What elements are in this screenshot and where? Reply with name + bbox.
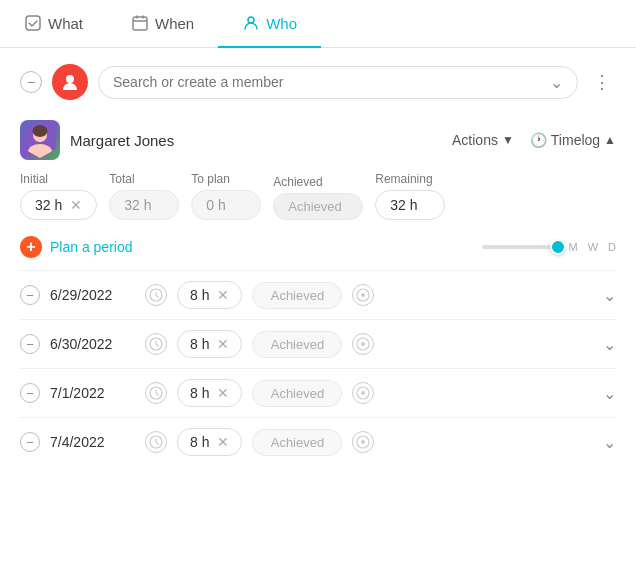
calendar-icon bbox=[131, 14, 149, 32]
period-expand-button[interactable]: ⌄ bbox=[603, 286, 616, 305]
period-expand-button[interactable]: ⌄ bbox=[603, 433, 616, 452]
period-date: 6/29/2022 bbox=[50, 287, 135, 303]
person-icon bbox=[242, 14, 260, 32]
search-member-input-wrap[interactable]: ⌄ bbox=[98, 66, 578, 99]
tab-what[interactable]: What bbox=[0, 0, 107, 48]
achieved-input: Achieved bbox=[273, 193, 363, 220]
period-clock-icon[interactable] bbox=[145, 431, 167, 453]
member-info: Margaret Jones bbox=[20, 120, 174, 160]
remove-period-button[interactable]: − bbox=[20, 285, 40, 305]
search-member-input[interactable] bbox=[113, 74, 542, 90]
period-date: 6/30/2022 bbox=[50, 336, 135, 352]
checkbox-icon bbox=[24, 14, 42, 32]
remaining-label: Remaining bbox=[375, 172, 445, 186]
period-clock-icon[interactable] bbox=[145, 382, 167, 404]
initial-clear-button[interactable]: ✕ bbox=[70, 197, 82, 213]
timelog-label: Timelog bbox=[551, 132, 600, 148]
to-plan-input: 0 h bbox=[191, 190, 261, 220]
tab-who[interactable]: Who bbox=[218, 0, 321, 48]
svg-point-8 bbox=[33, 125, 48, 137]
svg-point-7 bbox=[28, 144, 52, 160]
member-toggle-icon[interactable] bbox=[52, 64, 88, 100]
tab-when[interactable]: When bbox=[107, 0, 218, 48]
period-hours-input[interactable]: 8 h ✕ bbox=[177, 428, 242, 456]
plan-period-row: + Plan a period M W D bbox=[20, 236, 616, 258]
actions-button[interactable]: Actions ▼ bbox=[452, 132, 514, 148]
period-hours-clear-button[interactable]: ✕ bbox=[217, 287, 229, 303]
to-plan-label: To plan bbox=[191, 172, 261, 186]
avatar bbox=[20, 120, 60, 160]
tab-who-label: Who bbox=[266, 15, 297, 32]
remove-period-button[interactable]: − bbox=[20, 432, 40, 452]
initial-input[interactable]: 32 h ✕ bbox=[20, 190, 97, 220]
period-list: − 6/29/2022 8 h ✕ Achieved ⌄ − bbox=[20, 270, 616, 466]
slider-thumb[interactable] bbox=[550, 239, 566, 255]
period-hours-value: 8 h bbox=[190, 385, 209, 401]
period-status: Achieved bbox=[252, 282, 342, 309]
slider-label-m: M bbox=[568, 241, 577, 253]
period-circle-icon[interactable] bbox=[352, 333, 374, 355]
plus-circle-icon: + bbox=[20, 236, 42, 258]
period-hours-input[interactable]: 8 h ✕ bbox=[177, 379, 242, 407]
period-clock-icon[interactable] bbox=[145, 284, 167, 306]
remaining-input[interactable]: 32 h bbox=[375, 190, 445, 220]
period-hours-value: 8 h bbox=[190, 287, 209, 303]
remove-period-button[interactable]: − bbox=[20, 334, 40, 354]
period-circle-icon[interactable] bbox=[352, 431, 374, 453]
remaining-value: 32 h bbox=[390, 197, 417, 213]
plan-period-label: Plan a period bbox=[50, 239, 133, 255]
remove-period-button[interactable]: − bbox=[20, 383, 40, 403]
period-hours-input[interactable]: 8 h ✕ bbox=[177, 281, 242, 309]
slider-label-w: W bbox=[588, 241, 598, 253]
period-circle-icon[interactable] bbox=[352, 382, 374, 404]
initial-label: Initial bbox=[20, 172, 97, 186]
period-date: 7/4/2022 bbox=[50, 434, 135, 450]
total-value: 32 h bbox=[124, 197, 151, 213]
svg-point-11 bbox=[361, 293, 365, 297]
timelog-clock-icon: 🕐 bbox=[530, 132, 547, 148]
actions-label: Actions bbox=[452, 132, 498, 148]
to-plan-value: 0 h bbox=[206, 197, 225, 213]
timelog-chevron-up-icon: ▲ bbox=[604, 133, 616, 147]
period-hours-clear-button[interactable]: ✕ bbox=[217, 434, 229, 450]
slider-label-d: D bbox=[608, 241, 616, 253]
period-status: Achieved bbox=[252, 380, 342, 407]
period-expand-button[interactable]: ⌄ bbox=[603, 335, 616, 354]
period-hours-clear-button[interactable]: ✕ bbox=[217, 385, 229, 401]
period-row: − 7/1/2022 8 h ✕ Achieved ⌄ bbox=[20, 368, 616, 417]
slider-labels: M W D bbox=[568, 241, 616, 253]
svg-point-20 bbox=[361, 440, 365, 444]
slider-wrap[interactable]: M W D bbox=[482, 241, 616, 253]
kebab-menu-button[interactable]: ⋮ bbox=[588, 68, 616, 96]
period-row: − 7/4/2022 8 h ✕ Achieved ⌄ bbox=[20, 417, 616, 466]
total-label: Total bbox=[109, 172, 179, 186]
member-actions: Actions ▼ 🕐 Timelog ▲ bbox=[452, 132, 616, 148]
period-clock-icon[interactable] bbox=[145, 333, 167, 355]
svg-rect-1 bbox=[133, 17, 147, 30]
tab-when-label: When bbox=[155, 15, 194, 32]
svg-point-2 bbox=[248, 17, 254, 23]
stat-initial: Initial 32 h ✕ bbox=[20, 172, 97, 220]
main-content: − ⌄ ⋮ bbox=[0, 48, 636, 482]
stat-achieved: Achieved Achieved bbox=[273, 175, 363, 220]
period-hours-input[interactable]: 8 h ✕ bbox=[177, 330, 242, 358]
search-row: − ⌄ ⋮ bbox=[20, 64, 616, 100]
period-status: Achieved bbox=[252, 331, 342, 358]
stat-total: Total 32 h bbox=[109, 172, 179, 220]
slider-track[interactable] bbox=[482, 245, 562, 249]
period-circle-icon[interactable] bbox=[352, 284, 374, 306]
stat-remaining: Remaining 32 h bbox=[375, 172, 445, 220]
remove-member-button[interactable]: − bbox=[20, 71, 42, 93]
period-hours-clear-button[interactable]: ✕ bbox=[217, 336, 229, 352]
search-chevron-down-icon: ⌄ bbox=[550, 73, 563, 92]
achieved-value: Achieved bbox=[288, 199, 341, 214]
period-hours-value: 8 h bbox=[190, 434, 209, 450]
period-status: Achieved bbox=[252, 429, 342, 456]
plan-period-button[interactable]: + Plan a period bbox=[20, 236, 133, 258]
tabs-bar: What When Who bbox=[0, 0, 636, 48]
svg-point-17 bbox=[361, 391, 365, 395]
svg-point-14 bbox=[361, 342, 365, 346]
period-expand-button[interactable]: ⌄ bbox=[603, 384, 616, 403]
timelog-button[interactable]: 🕐 Timelog ▲ bbox=[530, 132, 616, 148]
stat-to-plan: To plan 0 h bbox=[191, 172, 261, 220]
